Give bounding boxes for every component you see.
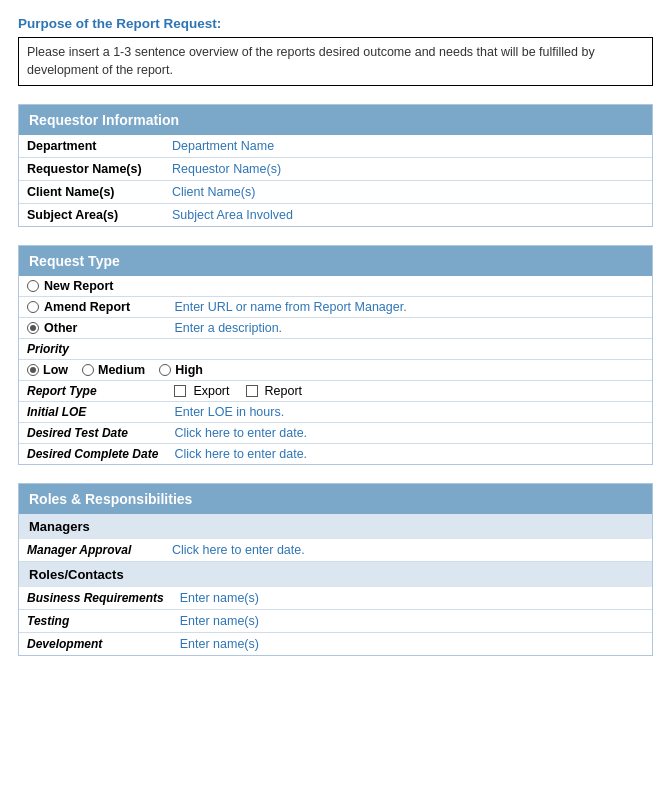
purpose-description[interactable]: Please insert a 1-3 sentence overview of…: [18, 37, 653, 86]
row-label: Subject Area(s): [19, 204, 164, 227]
priority-radio[interactable]: [27, 364, 39, 376]
roles-section: Roles & Responsibilities Managers Manage…: [18, 483, 653, 656]
initial-loe-label: Initial LOE: [19, 402, 166, 423]
radio-icon[interactable]: [27, 280, 39, 292]
option-label-cell[interactable]: Other: [19, 318, 166, 339]
row-label: Testing: [19, 610, 172, 633]
row-value[interactable]: Enter name(s): [172, 587, 652, 610]
priority-option-label: Medium: [98, 363, 145, 377]
report-type-label: Report Type: [19, 381, 166, 402]
report-type-checkboxes[interactable]: Export Report: [166, 381, 652, 402]
table-row: Subject Area(s) Subject Area Involved: [19, 204, 652, 227]
report-type-row: Report Type Export Report: [19, 381, 652, 402]
request-option-row: Amend Report Enter URL or name from Repo…: [19, 297, 652, 318]
request-type-section: Request Type New Report Amend Report Ent…: [18, 245, 653, 465]
priority-option[interactable]: Low: [27, 363, 68, 377]
checkbox-label: Report: [265, 384, 303, 398]
complete-date-row: Desired Complete Date Click here to ente…: [19, 444, 652, 465]
request-type-header: Request Type: [19, 246, 652, 276]
initial-loe-row: Initial LOE Enter LOE in hours.: [19, 402, 652, 423]
row-value[interactable]: Requestor Name(s): [164, 158, 652, 181]
managers-subheader: Managers: [19, 514, 652, 539]
option-value-cell[interactable]: [166, 276, 652, 297]
priority-option[interactable]: Medium: [82, 363, 145, 377]
requestor-table: Department Department Name Requestor Nam…: [19, 135, 652, 226]
priority-options-cell[interactable]: Low Medium High: [19, 360, 652, 381]
row-label: Development: [19, 633, 172, 656]
request-option-row: Other Enter a description.: [19, 318, 652, 339]
table-row: Business Requirements Enter name(s): [19, 587, 652, 610]
option-label: Amend Report: [44, 300, 130, 314]
contacts-table: Business Requirements Enter name(s) Test…: [19, 587, 652, 655]
priority-label-row: Priority: [19, 339, 652, 360]
checkbox-icon[interactable]: [246, 385, 258, 397]
request-option-row: New Report: [19, 276, 652, 297]
checkbox-option[interactable]: Export: [174, 384, 229, 398]
table-row: Requestor Name(s) Requestor Name(s): [19, 158, 652, 181]
contacts-subheader: Roles/Contacts: [19, 562, 652, 587]
test-date-value[interactable]: Click here to enter date.: [166, 423, 652, 444]
priority-option-label: High: [175, 363, 203, 377]
row-value[interactable]: Subject Area Involved: [164, 204, 652, 227]
option-label-cell[interactable]: Amend Report: [19, 297, 166, 318]
row-label: Business Requirements: [19, 587, 172, 610]
requestor-header: Requestor Information: [19, 105, 652, 135]
option-value-cell[interactable]: Enter a description.: [166, 318, 652, 339]
option-label: Other: [44, 321, 77, 335]
table-row: Development Enter name(s): [19, 633, 652, 656]
option-side-text: Enter a description.: [174, 321, 282, 335]
priority-option-label: Low: [43, 363, 68, 377]
initial-loe-value[interactable]: Enter LOE in hours.: [166, 402, 652, 423]
checkbox-label: Export: [193, 384, 229, 398]
test-date-row: Desired Test Date Click here to enter da…: [19, 423, 652, 444]
purpose-title: Purpose of the Report Request:: [18, 16, 653, 31]
priority-options-row: Low Medium High: [19, 360, 652, 381]
row-label: Manager Approval: [19, 539, 164, 562]
table-row: Manager Approval Click here to enter dat…: [19, 539, 652, 562]
test-date-label: Desired Test Date: [19, 423, 166, 444]
complete-date-value[interactable]: Click here to enter date.: [166, 444, 652, 465]
priority-label: Priority: [19, 339, 652, 360]
row-label: Department: [19, 135, 164, 158]
requestor-section: Requestor Information Department Departm…: [18, 104, 653, 227]
radio-icon[interactable]: [27, 322, 39, 334]
request-type-table: New Report Amend Report Enter URL or nam…: [19, 276, 652, 464]
row-value[interactable]: Department Name: [164, 135, 652, 158]
priority-option[interactable]: High: [159, 363, 203, 377]
radio-icon[interactable]: [27, 301, 39, 313]
table-row: Department Department Name: [19, 135, 652, 158]
option-label: New Report: [44, 279, 113, 293]
row-label: Requestor Name(s): [19, 158, 164, 181]
option-value-cell[interactable]: Enter URL or name from Report Manager.: [166, 297, 652, 318]
roles-header: Roles & Responsibilities: [19, 484, 652, 514]
row-value[interactable]: Enter name(s): [172, 633, 652, 656]
managers-table: Manager Approval Click here to enter dat…: [19, 539, 652, 562]
option-label-cell[interactable]: New Report: [19, 276, 166, 297]
purpose-section: Purpose of the Report Request: Please in…: [18, 16, 653, 86]
checkbox-option[interactable]: Report: [246, 384, 303, 398]
row-value[interactable]: Enter name(s): [172, 610, 652, 633]
priority-radio[interactable]: [159, 364, 171, 376]
table-row: Testing Enter name(s): [19, 610, 652, 633]
complete-date-label: Desired Complete Date: [19, 444, 166, 465]
priority-radio[interactable]: [82, 364, 94, 376]
table-row: Client Name(s) Client Name(s): [19, 181, 652, 204]
row-label: Client Name(s): [19, 181, 164, 204]
option-side-text: Enter URL or name from Report Manager.: [174, 300, 406, 314]
checkbox-icon[interactable]: [174, 385, 186, 397]
row-value[interactable]: Client Name(s): [164, 181, 652, 204]
row-value[interactable]: Click here to enter date.: [164, 539, 652, 562]
